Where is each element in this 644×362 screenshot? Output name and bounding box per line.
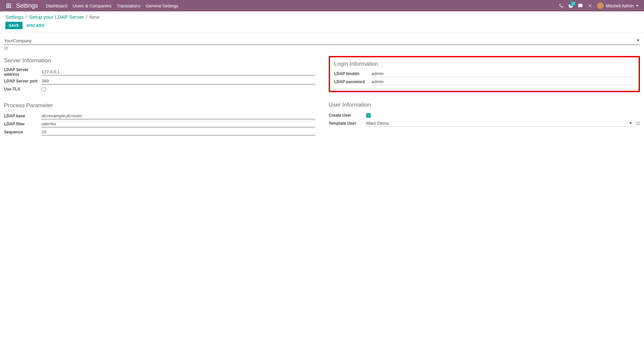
right-column: Login Information LDAP binddn LDAP passw… — [329, 57, 640, 136]
svg-rect-6 — [6, 7, 7, 8]
breadcrumb: Settings / Setup your LDAP Server / New — [5, 14, 639, 20]
apps-icon[interactable] — [5, 2, 12, 9]
breadcrumb-sep: / — [25, 14, 27, 20]
chevron-down-icon — [636, 5, 639, 6]
close-icon[interactable] — [588, 3, 592, 8]
input-sequence[interactable] — [42, 129, 315, 135]
label-ldap-binddn: LDAP binddn — [334, 71, 372, 76]
svg-rect-4 — [8, 5, 9, 6]
avatar-icon — [597, 2, 604, 9]
svg-rect-5 — [10, 5, 11, 6]
section-server-info: Server Information — [4, 57, 315, 64]
app-title: Settings — [16, 2, 38, 9]
nav-menu: Dashboard Users & Companies Translations… — [46, 3, 178, 8]
chevron-down-icon[interactable] — [629, 122, 632, 124]
user-menu[interactable]: Mitchell Admin — [597, 2, 639, 9]
label-template-user: Template User — [329, 121, 366, 126]
svg-rect-2 — [10, 3, 11, 4]
svg-rect-8 — [10, 7, 11, 8]
breadcrumb-root[interactable]: Settings — [5, 14, 23, 20]
nav-item-translations[interactable]: Translations — [117, 3, 140, 8]
svg-rect-7 — [8, 7, 9, 8]
nav-item-dashboard[interactable]: Dashboard — [46, 3, 67, 8]
label-use-tls: Use TLS — [4, 87, 42, 92]
input-ldap-filter[interactable] — [42, 121, 315, 127]
left-column: Server Information LDAP Server address L… — [4, 57, 315, 136]
label-ldap-port: LDAP Server port — [4, 79, 42, 83]
input-ldap-base[interactable] — [42, 113, 315, 119]
section-user-info: User Information — [329, 102, 640, 108]
breadcrumb-sep: / — [86, 14, 87, 20]
input-ldap-port[interactable] — [42, 78, 315, 84]
chevron-down-icon[interactable] — [637, 40, 639, 41]
label-create-user: Create User — [329, 113, 366, 118]
input-ldap-address[interactable] — [42, 69, 315, 75]
breadcrumb-current: New — [90, 14, 100, 20]
svg-rect-1 — [8, 3, 9, 4]
conversations-icon[interactable] — [578, 3, 583, 8]
input-ldap-password[interactable] — [372, 78, 635, 85]
breadcrumb-mid[interactable]: Setup your LDAP Server — [29, 14, 84, 20]
user-name: Mitchell Admin — [606, 3, 634, 8]
nav-item-general-settings[interactable]: General Settings — [146, 3, 178, 8]
phone-icon[interactable] — [559, 3, 564, 8]
nav-item-users-companies[interactable]: Users & Companies — [73, 3, 112, 8]
section-process-param: Process Parameter — [4, 102, 315, 109]
label-ldap-address: LDAP Server address — [4, 67, 42, 77]
label-ldap-filter: LDAP filter — [4, 122, 42, 126]
top-navbar: Settings Dashboard Users & Companies Tra… — [0, 0, 644, 11]
checkbox-create-user[interactable] — [366, 113, 371, 118]
form-sheet: Server Information LDAP Server address L… — [0, 33, 644, 142]
label-sequence: Sequence — [4, 130, 42, 134]
section-login-info: Login Information — [334, 61, 635, 67]
login-info-highlight: Login Information LDAP binddn LDAP passw… — [329, 56, 640, 92]
svg-rect-0 — [6, 3, 7, 4]
nav-right: 12 Mitchell Admin — [559, 2, 639, 9]
company-field — [4, 38, 640, 45]
control-panel: Settings / Setup your LDAP Server / New … — [0, 11, 644, 33]
activities-badge: 12 — [570, 1, 577, 6]
discard-button[interactable]: DISCARD — [25, 22, 46, 29]
action-buttons: SAVE DISCARD — [5, 22, 639, 29]
activities-icon[interactable]: 12 — [568, 3, 573, 8]
label-ldap-base: LDAP base — [4, 114, 42, 118]
company-input[interactable] — [4, 38, 640, 43]
checkbox-use-tls[interactable] — [42, 87, 46, 92]
svg-rect-3 — [6, 5, 7, 6]
save-button[interactable]: SAVE — [5, 22, 22, 29]
label-ldap-password: LDAP password — [334, 79, 372, 84]
input-ldap-binddn[interactable] — [372, 70, 635, 77]
external-link-icon[interactable] — [636, 121, 640, 125]
external-link-icon[interactable] — [4, 46, 8, 50]
input-template-user[interactable] — [366, 120, 629, 126]
